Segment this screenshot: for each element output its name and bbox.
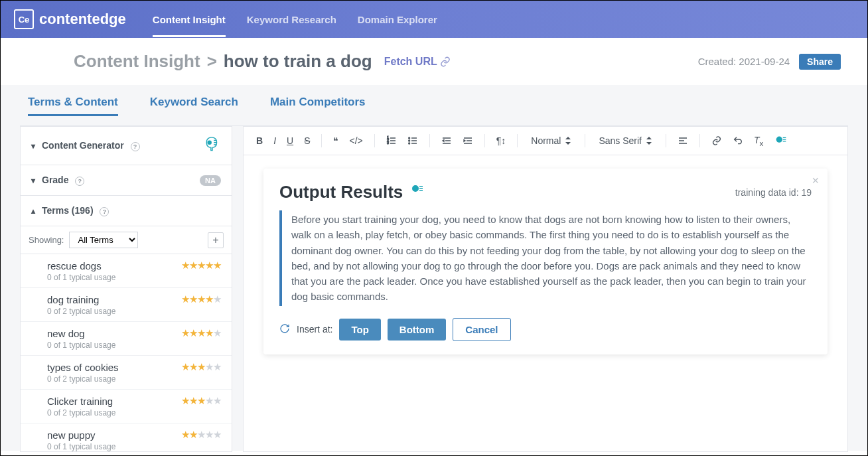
term-label: new puppy xyxy=(47,429,96,441)
term-usage: 0 of 2 typical usage xyxy=(47,408,221,418)
sidebar-item-label: Content Generator ? xyxy=(42,140,204,151)
insert-bottom-button[interactable]: Bottom xyxy=(388,319,447,341)
caret-icon xyxy=(565,137,571,145)
unordered-list-button[interactable] xyxy=(405,135,420,146)
term-row[interactable]: new puppy ★★★★★ 0 of 1 typical usage xyxy=(21,423,232,451)
font-select[interactable]: Sans Serif xyxy=(595,135,656,146)
insert-top-button[interactable]: Top xyxy=(339,319,380,341)
term-row[interactable]: types of cookies ★★★★★ 0 of 2 typical us… xyxy=(21,356,232,390)
close-icon[interactable]: ✕ xyxy=(812,175,820,186)
grade-badge: NA xyxy=(200,175,221,186)
cancel-button[interactable]: Cancel xyxy=(453,318,510,341)
breadcrumb-sep: > xyxy=(207,51,217,72)
ai-brain-icon xyxy=(409,182,425,202)
output-results-card: ✕ Output Results training data id: 19 Be… xyxy=(263,169,828,354)
svg-point-7 xyxy=(776,137,782,143)
tab-terms-content[interactable]: Terms & Content xyxy=(28,96,118,116)
sidebar-item-label: Grade ? xyxy=(42,175,200,186)
header-right: Created: 2021-09-24 Share xyxy=(698,54,841,70)
terms-filter-select[interactable]: All Terms xyxy=(69,232,138,248)
term-row[interactable]: rescue dogs ★★★★★ 0 of 1 typical usage xyxy=(21,254,232,288)
term-label: rescue dogs xyxy=(47,260,102,271)
term-usage: 0 of 2 typical usage xyxy=(47,374,221,384)
caret-icon xyxy=(646,137,652,145)
italic-button[interactable]: I xyxy=(271,135,278,146)
svg-text:3: 3 xyxy=(387,141,389,145)
tab-main-competitors[interactable]: Main Competitors xyxy=(270,96,366,116)
term-label: new dog xyxy=(47,328,85,339)
terms-filter: Showing: All Terms + xyxy=(21,226,232,254)
ai-brain-icon xyxy=(204,136,221,155)
chevron-down-icon: ▾ xyxy=(31,176,35,185)
ordered-list-button[interactable]: 123 xyxy=(384,135,399,146)
chevron-up-icon: ▴ xyxy=(31,206,35,216)
link-button[interactable] xyxy=(709,135,724,146)
showing-label: Showing: xyxy=(29,235,64,245)
sidebar-grade[interactable]: ▾ Grade ? NA xyxy=(21,165,232,196)
text-direction-button[interactable]: ¶↕ xyxy=(494,135,508,146)
sidebar-terms[interactable]: ▴ Terms (196) ? xyxy=(21,196,232,226)
created-label: Created: 2021-09-24 xyxy=(698,56,790,67)
term-row[interactable]: dog training ★★★★★ 0 of 2 typical usage xyxy=(21,288,232,322)
fetch-url-link[interactable]: Fetch URL xyxy=(384,56,451,68)
help-icon[interactable]: ? xyxy=(100,207,109,216)
output-body: Before you start training your dog, you … xyxy=(279,210,812,306)
editor-panel: B I U S ❝ </> 123 xyxy=(243,126,848,452)
blockquote-button[interactable]: ❝ xyxy=(331,135,340,146)
strike-button[interactable]: S xyxy=(302,135,312,146)
sidebar-content-generator[interactable]: ▾ Content Generator ? xyxy=(21,127,232,165)
body: Terms & Content Keyword Search Main Comp… xyxy=(1,85,867,451)
undo-button[interactable] xyxy=(731,135,745,146)
sidebar-item-label: Terms (196) ? xyxy=(42,205,221,216)
bold-button[interactable]: B xyxy=(254,135,265,146)
help-icon[interactable]: ? xyxy=(75,177,84,186)
nav-keyword-research[interactable]: Keyword Research xyxy=(247,2,336,37)
term-stars: ★★★★★ xyxy=(181,293,221,305)
breadcrumb-section: Content Insight xyxy=(74,51,200,72)
chevron-down-icon: ▾ xyxy=(31,141,35,151)
output-title: Output Results xyxy=(279,182,425,202)
term-stars: ★★★★★ xyxy=(181,429,221,441)
format-select[interactable]: Normal xyxy=(527,135,575,146)
svg-point-6 xyxy=(408,143,409,144)
ai-generate-button[interactable] xyxy=(772,133,790,148)
svg-point-5 xyxy=(408,140,409,141)
help-icon[interactable]: ? xyxy=(131,142,140,151)
insert-label: Insert at: xyxy=(297,324,332,335)
sidebar: ▾ Content Generator ? ▾ Grade ? NA xyxy=(20,126,232,452)
terms-list[interactable]: rescue dogs ★★★★★ 0 of 1 typical usage d… xyxy=(21,254,232,451)
underline-button[interactable]: U xyxy=(285,135,295,146)
nav-domain-explorer[interactable]: Domain Explorer xyxy=(358,2,437,37)
page-header: Content Insight > how to train a dog Fet… xyxy=(1,38,867,85)
tab-keyword-search[interactable]: Keyword Search xyxy=(150,96,238,116)
top-nav: Content Insight Keyword Research Domain … xyxy=(153,2,437,37)
refresh-icon[interactable] xyxy=(279,323,290,336)
term-stars: ★★★★★ xyxy=(181,395,221,407)
term-stars: ★★★★★ xyxy=(181,327,221,339)
align-button[interactable] xyxy=(676,135,690,146)
term-row[interactable]: new dog ★★★★★ 0 of 1 typical usage xyxy=(21,322,232,356)
section-tabs: Terms & Content Keyword Search Main Comp… xyxy=(20,85,848,126)
breadcrumb: Content Insight > how to train a dog Fet… xyxy=(74,51,451,72)
clear-format-button[interactable]: Tx xyxy=(752,135,765,147)
nav-content-insight[interactable]: Content Insight xyxy=(153,2,226,37)
outdent-button[interactable] xyxy=(439,135,454,146)
share-button[interactable]: Share xyxy=(799,54,841,70)
term-label: types of cookies xyxy=(47,362,119,373)
term-usage: 0 of 1 typical usage xyxy=(47,341,221,350)
add-term-button[interactable]: + xyxy=(208,232,224,248)
brand[interactable]: Ce contentedge xyxy=(14,9,126,29)
svg-point-8 xyxy=(412,185,419,192)
breadcrumb-query: how to train a dog xyxy=(224,51,372,72)
term-label: Clicker training xyxy=(47,396,113,407)
term-stars: ★★★★★ xyxy=(181,361,221,373)
svg-point-4 xyxy=(408,137,409,139)
term-stars: ★★★★★ xyxy=(181,260,221,271)
term-label: dog training xyxy=(47,294,99,305)
term-row[interactable]: Clicker training ★★★★★ 0 of 2 typical us… xyxy=(21,390,232,423)
output-meta: training data id: 19 xyxy=(735,187,812,198)
term-usage: 0 of 2 typical usage xyxy=(47,307,221,316)
svg-point-0 xyxy=(207,141,212,145)
indent-button[interactable] xyxy=(461,135,475,146)
code-button[interactable]: </> xyxy=(347,135,364,146)
